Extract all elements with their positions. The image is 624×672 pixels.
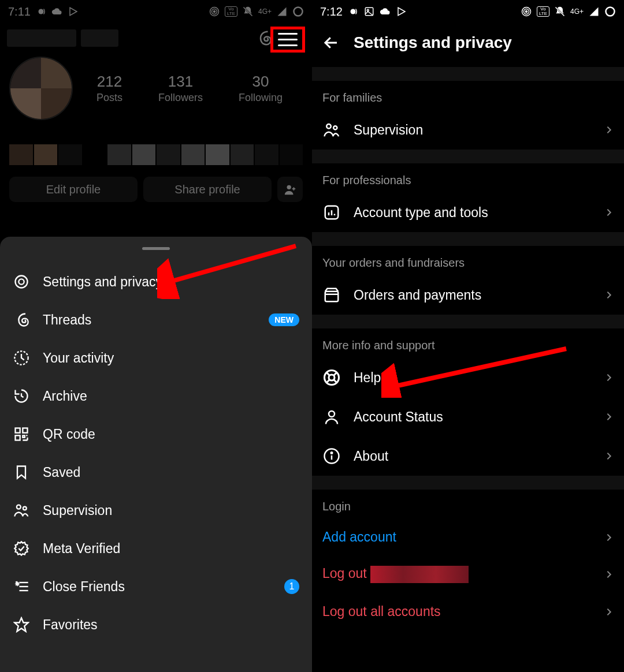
- svg-point-10: [287, 185, 291, 189]
- cloud-icon: [380, 6, 391, 17]
- menu-close-friends-label: Close Friends: [43, 579, 125, 595]
- svg-point-28: [525, 11, 527, 13]
- section-families: For families Supervision: [312, 67, 624, 150]
- person-icon: [322, 408, 341, 426]
- verified-icon: [13, 540, 30, 557]
- battery-circle-icon: [292, 6, 304, 17]
- status-bar: 7:11 VoLTE 4G+: [0, 0, 312, 22]
- profile-screen: 7:11 VoLTE 4G+: [0, 0, 312, 212]
- qr-icon: [13, 425, 30, 443]
- battery-circle-icon: [604, 6, 616, 17]
- row-logout-user[interactable]: Log out: [312, 555, 624, 593]
- cloud-icon: [51, 6, 63, 17]
- menu-meta-verified[interactable]: Meta Verified: [0, 529, 312, 568]
- menu-settings-label: Settings and privacy: [43, 274, 162, 290]
- menu-qr-label: QR code: [43, 427, 95, 442]
- svg-line-45: [334, 372, 337, 375]
- row-help[interactable]: Help: [312, 358, 624, 397]
- settings-title: Settings and privacy: [354, 33, 512, 52]
- menu-qr-code[interactable]: QR code: [0, 415, 312, 453]
- carrier-icon: [35, 6, 47, 17]
- back-button[interactable]: [322, 34, 340, 51]
- svg-rect-16: [16, 428, 20, 433]
- menu-button-highlighted[interactable]: [270, 27, 305, 53]
- followers-count: 131: [158, 73, 203, 91]
- phone-left: 7:11 VoLTE 4G+: [0, 0, 312, 672]
- following-count: 30: [239, 73, 283, 91]
- following-stat[interactable]: 30 Following: [239, 73, 283, 104]
- row-logout-all-label: Log out all accounts: [322, 604, 441, 619]
- menu-archive[interactable]: Archive: [0, 377, 312, 415]
- status-time: 7:11: [8, 5, 31, 18]
- threads-icon: [13, 311, 30, 328]
- section-professionals-label: For professionals: [312, 163, 624, 193]
- posts-stat[interactable]: 212 Posts: [96, 73, 122, 104]
- close-friends-icon: [13, 578, 30, 595]
- svg-point-27: [367, 9, 369, 11]
- chevron-right-icon: [604, 533, 614, 542]
- edit-profile-button[interactable]: Edit profile: [9, 177, 138, 202]
- posts-count: 212: [96, 73, 122, 91]
- menu-supervision[interactable]: Supervision: [0, 491, 312, 529]
- svg-rect-17: [23, 428, 27, 433]
- profile-avatar[interactable]: [9, 57, 73, 120]
- profile-topbar: [0, 22, 312, 52]
- chevron-right-icon: [604, 373, 614, 382]
- menu-your-activity[interactable]: Your activity: [0, 339, 312, 377]
- row-tools-label: Account type and tools: [354, 205, 488, 221]
- svg-line-47: [334, 380, 337, 383]
- svg-point-13: [16, 276, 28, 288]
- status-time: 7:12: [320, 5, 343, 18]
- row-account-tools[interactable]: Account type and tools: [312, 193, 624, 232]
- section-orders: Your orders and fundraisers Orders and p…: [312, 232, 624, 315]
- menu-archive-label: Archive: [43, 389, 87, 404]
- chevron-right-icon: [604, 570, 614, 579]
- menu-settings-privacy[interactable]: Settings and privacy: [0, 263, 312, 301]
- section-support-label: More info and support: [312, 328, 624, 358]
- row-about[interactable]: About: [312, 436, 624, 476]
- family-icon: [322, 121, 341, 139]
- chevron-right-icon: [604, 607, 614, 617]
- archive-icon: [13, 387, 30, 405]
- chevron-right-icon: [604, 290, 614, 300]
- menu-threads[interactable]: Threads NEW: [0, 301, 312, 339]
- svg-line-46: [326, 380, 329, 383]
- settings-header: Settings and privacy: [312, 22, 624, 67]
- row-add-account[interactable]: Add account: [312, 519, 624, 555]
- username-redacted: [370, 566, 469, 583]
- insights-icon: [322, 203, 341, 222]
- row-help-label: Help: [354, 370, 381, 386]
- profile-stats-row: 212 Posts 131 Followers 30 Following: [0, 52, 312, 125]
- svg-rect-18: [16, 435, 20, 440]
- username-redacted: [7, 29, 243, 47]
- highlights-redacted: [9, 144, 303, 165]
- posts-label: Posts: [96, 92, 122, 104]
- followers-stat[interactable]: 131 Followers: [158, 73, 203, 104]
- section-families-label: For families: [312, 81, 624, 110]
- menu-close-friends[interactable]: Close Friends 1: [0, 568, 312, 606]
- phone-right: 7:12 VoLTE 4G+ Settings and privacy For …: [312, 0, 624, 672]
- row-orders-label: Orders and payments: [354, 288, 481, 303]
- row-orders-payments[interactable]: Orders and payments: [312, 275, 624, 315]
- carrier-icon: [347, 6, 359, 17]
- svg-point-25: [350, 9, 355, 14]
- svg-point-35: [326, 124, 331, 129]
- signal-icon: [588, 6, 600, 17]
- following-label: Following: [239, 92, 283, 104]
- network-label: 4G+: [570, 8, 584, 16]
- star-icon: [13, 616, 30, 633]
- sheet-grabber[interactable]: [142, 247, 170, 250]
- row-account-status[interactable]: Account Status: [312, 397, 624, 436]
- menu-activity-label: Your activity: [43, 350, 114, 366]
- play-icon: [68, 6, 79, 17]
- signal-icon: [276, 6, 288, 17]
- row-logout-all[interactable]: Log out all accounts: [312, 593, 624, 630]
- menu-favorites[interactable]: Favorites: [0, 606, 312, 644]
- discover-people-button[interactable]: [277, 177, 303, 202]
- row-supervision[interactable]: Supervision: [312, 110, 624, 150]
- share-profile-button[interactable]: Share profile: [143, 177, 272, 202]
- menu-saved[interactable]: Saved: [0, 453, 312, 491]
- menu-threads-label: Threads: [43, 312, 91, 328]
- svg-line-44: [326, 372, 329, 375]
- network-label: 4G+: [258, 8, 272, 16]
